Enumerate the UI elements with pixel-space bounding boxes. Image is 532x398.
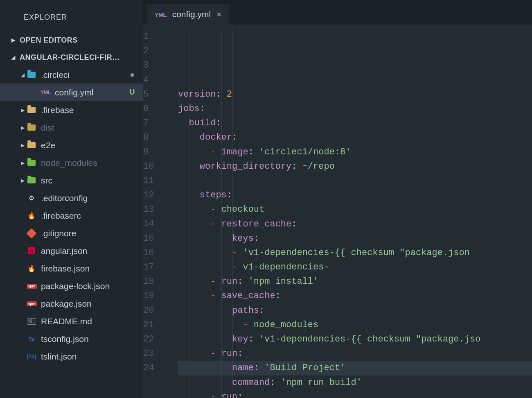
code-line[interactable]: key: 'v1-dependencies-{{ checksum "packa… — [178, 332, 532, 346]
npm-icon: npm — [26, 281, 37, 292]
file-config-yml[interactable]: YMLconfig.ymlU — [0, 84, 143, 101]
folder-dist[interactable]: ▶dist — [0, 119, 143, 136]
file-tree: ◢.circleci●YMLconfig.ymlU▶.firebase▶dist… — [0, 66, 143, 365]
code-line[interactable]: - image: 'circleci/node:8' — [178, 145, 532, 159]
code-line[interactable]: name: 'Build Project' — [178, 361, 532, 375]
modified-dot-icon: ● — [128, 70, 136, 79]
tree-item-label: node_modules — [41, 158, 128, 168]
file--editorconfig[interactable]: ⚙.editorconfig — [0, 189, 143, 207]
project-label: ANGULAR-CIRCLECI-FIR… — [20, 53, 139, 62]
file-readme-md[interactable]: M↓README.md — [0, 312, 143, 330]
tree-item-label: dist — [41, 123, 128, 133]
line-number: 5 — [143, 87, 168, 102]
code-line[interactable]: paths: — [178, 303, 532, 318]
folder-teal-icon — [26, 70, 37, 80]
file-angular-json[interactable]: 🅰angular.json — [0, 242, 143, 260]
line-number: 2 — [143, 44, 168, 58]
yaml-icon: YML — [40, 87, 51, 98]
yaml-icon: YML — [155, 11, 167, 18]
line-number: 15 — [143, 231, 168, 246]
line-number: 14 — [143, 217, 168, 231]
tree-item-label: e2e — [41, 140, 128, 150]
code-line[interactable]: - save_cache: — [178, 289, 532, 303]
code-line[interactable]: steps: — [178, 188, 532, 202]
tree-item-label: tslint.json — [41, 352, 128, 362]
line-number: 11 — [143, 174, 168, 188]
file-tslint-json[interactable]: {Tꜱ}tslint.json — [0, 348, 143, 365]
folder--circleci[interactable]: ◢.circleci● — [0, 66, 143, 84]
code-line[interactable]: - restore_cache: — [178, 217, 532, 231]
chevron-right-icon: ▶ — [19, 142, 26, 148]
tree-item-label: firebase.json — [41, 264, 128, 274]
tab-bar: YML config.yml × — [143, 0, 532, 25]
code-line[interactable]: - 'v1-dependencies-{{ checksum "package.… — [178, 246, 532, 260]
tree-item-label: config.yml — [55, 88, 128, 97]
chevron-right-icon: ▶ — [11, 37, 16, 43]
line-number: 24 — [143, 361, 168, 375]
tree-item-label: angular.json — [41, 246, 128, 256]
chevron-down-icon: ◢ — [11, 54, 16, 60]
code-line[interactable]: - run: — [178, 390, 532, 398]
code-line[interactable]: command: 'npm run build' — [178, 375, 532, 390]
close-icon[interactable]: × — [216, 10, 221, 19]
code-content: version: 2jobs: build: docker: - image: … — [178, 29, 532, 398]
line-number: 12 — [143, 188, 168, 202]
code-line[interactable]: keys: — [178, 231, 532, 246]
line-number: 6 — [143, 102, 168, 116]
tab-label: config.yml — [172, 9, 211, 19]
line-number-gutter: 123456789101112131415161718192021222324 — [143, 29, 178, 398]
line-number: 7 — [143, 116, 168, 130]
code-line[interactable]: docker: — [178, 130, 532, 145]
code-editor[interactable]: 123456789101112131415161718192021222324 … — [143, 25, 532, 398]
code-line[interactable]: - checkout — [178, 202, 532, 217]
line-number: 20 — [143, 303, 168, 318]
code-line[interactable]: - run: — [178, 346, 532, 361]
line-number: 19 — [143, 289, 168, 303]
untracked-badge: U — [128, 88, 136, 97]
folder-node-modules[interactable]: ▶node_modules — [0, 154, 143, 172]
file-firebase-json[interactable]: 🔥firebase.json — [0, 260, 143, 277]
line-number: 18 — [143, 274, 168, 289]
line-number: 17 — [143, 260, 168, 274]
line-number: 9 — [143, 145, 168, 159]
code-line[interactable]: working_directory: ~/repo — [178, 159, 532, 174]
tree-item-label: src — [41, 176, 128, 185]
tree-item-label: .firebaserc — [41, 211, 128, 221]
code-line[interactable]: - run: 'npm install' — [178, 274, 532, 289]
code-line[interactable]: - node_modules — [178, 318, 532, 332]
file-package-json[interactable]: npmpackage.json — [0, 295, 143, 312]
file-tsconfig-json[interactable]: Tꜱtsconfig.json — [0, 330, 143, 348]
tab-config-yml[interactable]: YML config.yml × — [147, 4, 229, 25]
file-package-lock-json[interactable]: npmpackage-lock.json — [0, 277, 143, 295]
code-line[interactable]: jobs: — [178, 102, 532, 116]
folder-ygrey-icon — [26, 122, 37, 133]
tree-item-label: package.json — [41, 299, 128, 309]
chevron-right-icon: ▶ — [19, 160, 26, 166]
tree-item-label: tsconfig.json — [41, 334, 128, 344]
open-editors-section[interactable]: ▶ OPEN EDITORS — [0, 32, 143, 49]
line-number: 21 — [143, 318, 168, 332]
folder-src[interactable]: ▶src — [0, 172, 143, 189]
code-line[interactable] — [178, 174, 532, 188]
open-editors-label: OPEN EDITORS — [20, 36, 139, 45]
code-line[interactable]: build: — [178, 116, 532, 130]
angular-icon: 🅰 — [26, 246, 37, 256]
git-icon — [26, 228, 37, 239]
chevron-right-icon: ▶ — [19, 107, 26, 113]
fire-icon: 🔥 — [26, 263, 37, 274]
code-line[interactable]: version: 2 — [178, 87, 532, 102]
folder-icon — [26, 140, 37, 151]
tslint-icon: {Tꜱ} — [26, 351, 37, 362]
file--firebaserc[interactable]: 🔥.firebaserc — [0, 207, 143, 224]
file--gitignore[interactable]: .gitignore — [0, 224, 143, 242]
line-number: 1 — [143, 29, 168, 44]
tree-item-label: .firebase — [41, 105, 128, 115]
fire-icon: 🔥 — [26, 210, 37, 221]
folder--firebase[interactable]: ▶.firebase — [0, 101, 143, 119]
line-number: 22 — [143, 332, 168, 346]
line-number: 3 — [143, 58, 168, 72]
gear-icon: ⚙ — [26, 193, 37, 204]
code-line[interactable]: - v1-dependencies- — [178, 260, 532, 274]
project-section[interactable]: ◢ ANGULAR-CIRCLECI-FIR… — [0, 49, 143, 66]
folder-e2e[interactable]: ▶e2e — [0, 136, 143, 154]
